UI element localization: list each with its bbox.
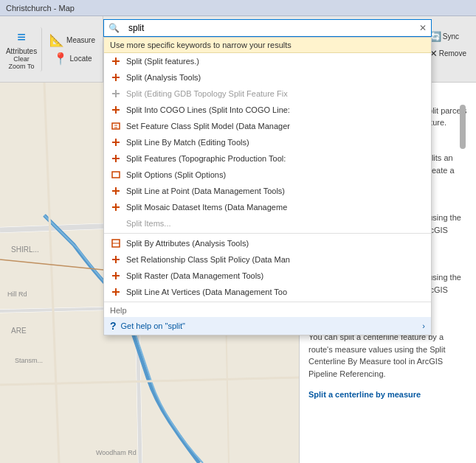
app-title: Christchurch - Map: [6, 4, 75, 13]
list-item[interactable]: Split Line At Vertices (Data Management …: [104, 284, 431, 300]
titlebar: Christchurch - Map: [0, 0, 476, 16]
list-item[interactable]: Split (Analysis Tools): [104, 69, 431, 86]
list-item[interactable]: Split Options (Split Options): [104, 167, 431, 183]
help-left: ? Get help on "split": [110, 320, 185, 332]
list-item[interactable]: Split Raster (Data Management Tools): [104, 268, 431, 284]
list-item[interactable]: Split Mosaic Dataset Items (Data Managem…: [104, 199, 431, 215]
list-item[interactable]: Split By Attributes (Analysis Tools): [104, 235, 431, 251]
split-icon: [110, 254, 122, 265]
search-input[interactable]: [124, 23, 415, 33]
list-item[interactable]: Split Line By Match (Editing Tools): [104, 134, 431, 150]
search-dropdown: Use more specific keywords to narrow you…: [103, 37, 432, 335]
item-label: Split By Attributes (Analysis Tools): [126, 239, 249, 248]
toolbar: ≡ Attributes Clear Zoom To 📐 Measure 📍 L…: [0, 16, 476, 83]
measure-icon: 📐: [49, 33, 64, 47]
section-text: You can split a centerline feature by a …: [308, 331, 467, 380]
panel-section: Split a centerline by measure: [308, 389, 467, 401]
search-clear-button[interactable]: ✕: [415, 23, 431, 33]
remove-button[interactable]: ✕ Remove: [426, 46, 470, 60]
item-label: Split Mosaic Dataset Items (Data Managem…: [126, 203, 287, 212]
svg-text:Hill Rd: Hill Rd: [7, 290, 27, 298]
zoomto-label[interactable]: Zoom To: [9, 63, 35, 70]
item-label: Split Line By Match (Editing Tools): [126, 138, 249, 147]
item-label: Set Feature Class Split Model (Data Mana…: [126, 122, 290, 130]
split-icon: [110, 55, 122, 67]
remove-label: Remove: [439, 49, 466, 58]
split-icon: [110, 104, 122, 116]
locate-icon: 📍: [53, 52, 68, 66]
split-icon: [110, 136, 122, 148]
measure-button[interactable]: 📐 Measure: [45, 32, 100, 49]
list-item[interactable]: Split Features (Topographic Production T…: [104, 150, 431, 167]
list-item: Split (Editing GDB Topology Split Featur…: [104, 86, 431, 102]
split-icon: [110, 201, 122, 213]
item-label: Split (Editing GDB Topology Split Featur…: [126, 89, 288, 98]
search-icon: 🔍: [104, 23, 124, 33]
help-label: Get help on "split": [121, 321, 185, 330]
divider: [104, 233, 431, 234]
divider: [104, 302, 431, 302]
split-icon: [110, 270, 122, 282]
item-label: Split Raster (Data Management Tools): [126, 271, 263, 280]
item-label: Split Into COGO Lines (Split Into COGO L…: [126, 105, 290, 114]
item-label: Set Relationship Class Split Policy (Dat…: [126, 255, 290, 264]
split-icon: [110, 286, 122, 298]
split-icon: [110, 153, 122, 164]
scrollbar-thumb[interactable]: [460, 105, 466, 149]
split-icon-disabled: [110, 88, 122, 100]
set-icon: [110, 120, 122, 132]
list-item[interactable]: Split Line at Point (Data Management Too…: [104, 183, 431, 199]
svg-text:Woodham Rd: Woodham Rd: [96, 449, 137, 456]
svg-text:Stansm...: Stansm...: [15, 357, 43, 364]
split-icon: [110, 72, 122, 83]
set-icon: [110, 169, 122, 181]
item-label: Split Features (Topographic Production T…: [126, 154, 286, 163]
section-title-centerline-measure-2[interactable]: Split a centerline by measure: [308, 389, 467, 401]
locate-button[interactable]: 📍 Locate: [45, 50, 100, 67]
none-icon: [110, 217, 122, 229]
item-label: Split Line At Vertices (Data Management …: [126, 288, 287, 296]
help-icon: ?: [110, 320, 117, 332]
list-item[interactable]: Set Feature Class Split Model (Data Mana…: [104, 118, 431, 134]
svg-rect-0: [112, 123, 120, 129]
search-container: 🔍 ✕ Use more specific keywords to narrow…: [103, 16, 476, 37]
svg-text:SHIRL...: SHIRL...: [11, 246, 39, 254]
split-icon: [110, 185, 122, 197]
attributes-button[interactable]: ≡ Attributes Clear Zoom To: [3, 27, 42, 72]
list-item: Split Items...: [104, 215, 431, 232]
item-label: Split Options (Split Options): [126, 170, 226, 179]
get-help-item[interactable]: ? Get help on "split" ›: [104, 317, 431, 335]
search-bar: 🔍 ✕: [103, 19, 432, 37]
svg-text:ARE: ARE: [11, 327, 27, 335]
item-label: Split (Analysis Tools): [126, 73, 201, 82]
attributes-icon: ≡: [17, 29, 26, 46]
chevron-right-icon: ›: [422, 321, 425, 330]
help-section-label: Help: [104, 304, 431, 317]
list-item[interactable]: Split Into COGO Lines (Split Into COGO L…: [104, 102, 431, 118]
list-item[interactable]: Set Relationship Class Split Policy (Dat…: [104, 251, 431, 268]
dropdown-hint: Use more specific keywords to narrow you…: [104, 38, 431, 53]
svg-rect-1: [112, 172, 120, 178]
set-icon: [110, 237, 122, 249]
list-item[interactable]: Split (Split features.): [104, 53, 431, 69]
toolbar-left-section: ≡ Attributes Clear Zoom To 📐 Measure 📍 L…: [0, 16, 103, 82]
item-label: Split (Split features.): [126, 57, 199, 66]
clear-label[interactable]: Clear: [13, 55, 30, 63]
item-label: Split Line at Point (Data Management Too…: [126, 187, 285, 195]
item-label: Split Items...: [126, 219, 171, 228]
